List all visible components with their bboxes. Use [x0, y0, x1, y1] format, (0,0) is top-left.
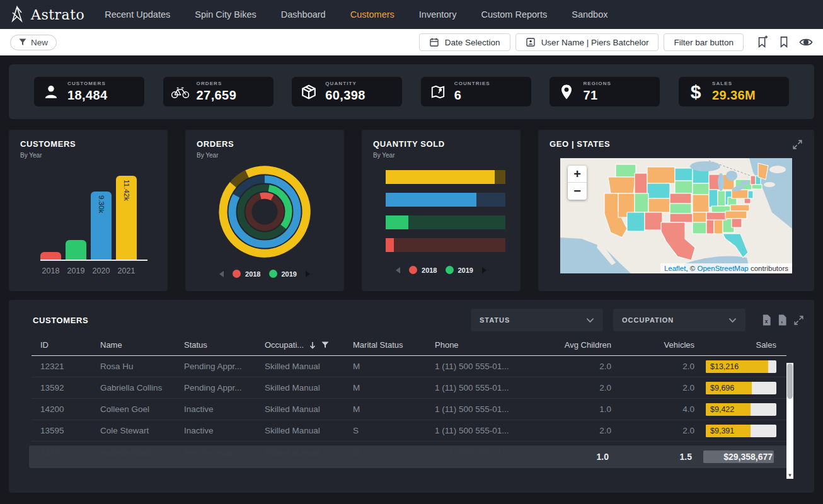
kpi-value: 6 — [454, 88, 490, 103]
nav-items: Recent UpdatesSpin City BikesDashboardCu… — [105, 9, 607, 20]
eye-icon[interactable] — [799, 37, 813, 48]
legend-next-arrow[interactable] — [481, 266, 487, 274]
kpi-value: 27,659 — [197, 88, 237, 103]
brand[interactable]: Astrato — [9, 6, 84, 23]
calendar-icon — [429, 37, 439, 47]
customers-table-panel: CUSTOMERS STATUS OCCUPATION x — [9, 300, 814, 493]
customers-bar-plot: 9.30k11.42k — [40, 166, 147, 261]
table-footer-zone: 14830 Isabella Ward Pending Appr... Skil… — [32, 442, 786, 469]
new-filter-label: New — [31, 38, 48, 47]
col-vehicles[interactable]: Vehicles — [615, 331, 698, 355]
bicycle-icon — [171, 84, 190, 100]
col-avg-children[interactable]: Avg Children — [534, 331, 615, 355]
nav-item-customers[interactable]: Customers — [350, 9, 394, 20]
bar-2018[interactable] — [40, 252, 61, 260]
col-phone[interactable]: Phone — [426, 331, 534, 355]
user-name-button[interactable]: User Name | Piers Batchelor — [515, 33, 659, 51]
legend-item-2019[interactable]: 2019 — [269, 270, 297, 278]
zoom-out-button[interactable]: − — [568, 183, 587, 200]
filter-bar-button[interactable]: Filter bar button — [664, 33, 744, 51]
legend-prev-arrow[interactable] — [395, 266, 401, 274]
chevron-down-icon — [728, 318, 737, 323]
bar-2020[interactable]: 9.30k — [91, 192, 112, 260]
kpi-quantity[interactable]: QUANTITY 60,398 — [292, 77, 402, 106]
kpi-regions[interactable]: REGIONS 71 — [550, 77, 660, 106]
kpi-label: REGIONS — [583, 81, 611, 86]
quantity-hbars — [386, 170, 505, 252]
nav-item-sandbox[interactable]: Sandbox — [572, 9, 607, 20]
legend-dot — [233, 270, 241, 278]
new-filter-pill[interactable]: New — [10, 35, 57, 50]
bookmark-add-icon[interactable] — [756, 35, 769, 49]
date-selection-button[interactable]: Date Selection — [419, 33, 510, 51]
expand-table-icon[interactable] — [793, 315, 804, 326]
customers-bar-xlabels: 2018201920202021 — [40, 266, 147, 275]
column-filter-icon[interactable] — [321, 341, 329, 348]
occupation-filter-dropdown[interactable]: OCCUPATION — [613, 309, 745, 331]
table-row[interactable]: 13595 Cole Stewart Inactive Skilled Manu… — [32, 420, 786, 442]
leaflet-map[interactable]: + − — [560, 158, 792, 273]
leaflet-link[interactable]: Leaflet — [664, 265, 686, 272]
col-name[interactable]: Name — [91, 331, 175, 355]
scrollbar-down-arrow[interactable]: ▼ — [786, 472, 793, 478]
col-occupation[interactable]: Occupati... — [256, 331, 344, 355]
csv-export-icon[interactable]: , — [778, 314, 787, 326]
hbar-2019[interactable] — [386, 215, 505, 229]
kpi-strip: CUSTOMERS 18,484 ORDERS 27,659 QUANTITY … — [9, 64, 814, 119]
astrato-logo-icon — [9, 6, 25, 23]
osm-link[interactable]: OpenStreetMap — [698, 265, 749, 272]
sales-bar: $9,391 — [706, 425, 776, 437]
nav-item-spin-city-bikes[interactable]: Spin City Bikes — [195, 9, 256, 20]
person-icon — [42, 84, 60, 100]
nav-item-inventory[interactable]: Inventory — [419, 9, 457, 20]
chart-subtitle: By Year — [20, 152, 156, 159]
legend-item-2019[interactable]: 2019 — [446, 266, 473, 274]
kpi-orders[interactable]: ORDERS 27,659 — [163, 77, 273, 106]
kpi-customers[interactable]: CUSTOMERS 18,484 — [34, 77, 144, 106]
excel-export-icon[interactable]: x — [762, 314, 771, 326]
hbar-2018[interactable] — [386, 238, 505, 252]
bookmark-icon[interactable] — [778, 35, 790, 49]
user-name-label: User Name | Piers Batchelor — [541, 38, 649, 47]
kpi-value: 18,484 — [67, 88, 108, 103]
nav-item-custom-reports[interactable]: Custom Reports — [481, 9, 547, 20]
geo-states-panel: GEO | STATES + − — [538, 130, 814, 291]
kpi-sales[interactable]: $ SALES 29.36M — [679, 77, 789, 106]
col-id[interactable]: ID — [32, 331, 91, 355]
total-vehicles: 1.5 — [613, 452, 696, 462]
nav-item-dashboard[interactable]: Dashboard — [281, 9, 326, 20]
col-sales[interactable]: Sales — [698, 331, 786, 355]
legend-item-2018[interactable]: 2018 — [233, 270, 260, 278]
scrollbar-thumb[interactable] — [787, 364, 793, 399]
expand-icon[interactable] — [792, 139, 803, 150]
nav-item-recent-updates[interactable]: Recent Updates — [105, 9, 170, 20]
orders-donut — [197, 160, 333, 263]
bar-value-label: 9.30k — [98, 195, 105, 213]
table-scrollbar[interactable]: ▼ — [786, 363, 793, 479]
chart-subtitle: By Year — [373, 152, 509, 159]
filter-toolbar: New Date Selection User Name | Piers Bat… — [0, 29, 823, 55]
col-marital[interactable]: Marital Status — [344, 331, 426, 355]
zoom-in-button[interactable]: + — [568, 166, 587, 183]
kpi-label: ORDERS — [197, 81, 237, 86]
legend-item-2018[interactable]: 2018 — [409, 266, 437, 274]
legend-prev-arrow[interactable] — [219, 270, 224, 278]
table-row[interactable]: 12321 Rosa Hu Pending Appr... Skilled Ma… — [32, 356, 786, 377]
table-header-row: ID Name Status Occupati... Marital Statu… — [32, 331, 786, 356]
bar-2021[interactable]: 11.42k — [116, 176, 137, 260]
col-status[interactable]: Status — [175, 331, 256, 355]
table-title: CUSTOMERS — [33, 316, 88, 325]
hbar-2020[interactable] — [386, 193, 505, 207]
sort-desc-icon[interactable] — [309, 341, 316, 349]
table-row[interactable]: 14200 Colleen Goel Inactive Skilled Manu… — [32, 399, 786, 420]
table-row[interactable]: 13592 Gabriella Collins Pending Appr... … — [32, 377, 786, 399]
kpi-value: 29.36M — [712, 88, 756, 103]
legend-next-arrow[interactable] — [305, 270, 311, 278]
chevron-down-icon — [586, 318, 594, 323]
status-filter-dropdown[interactable]: STATUS — [471, 309, 603, 331]
kpi-countries[interactable]: COUNTRIES 6 — [421, 77, 531, 106]
orders-chart-panel: ORDERS By Year 20182019 — [185, 130, 344, 291]
hbar-2021[interactable] — [386, 170, 505, 184]
bar-2019[interactable] — [66, 240, 86, 260]
kpi-value: 60,398 — [325, 88, 365, 103]
